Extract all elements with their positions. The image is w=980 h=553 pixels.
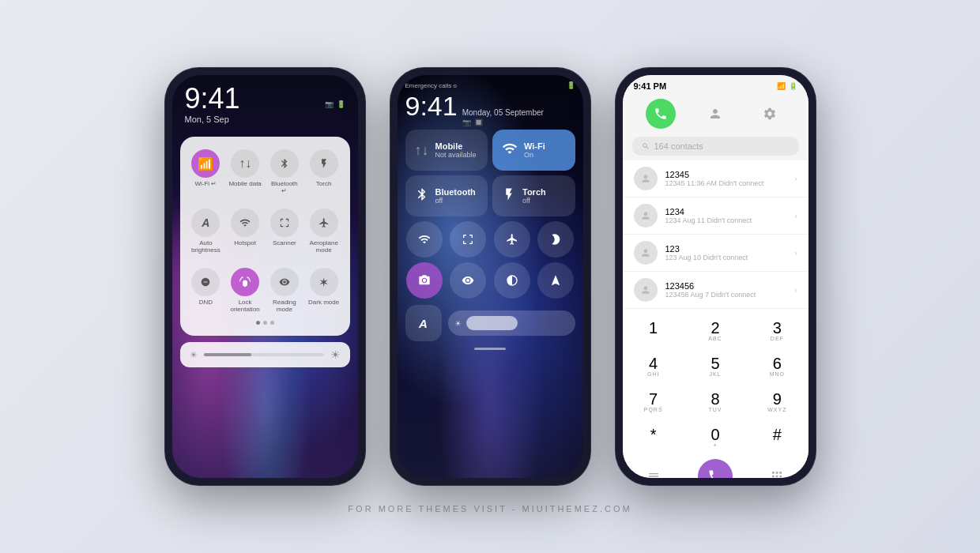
p3-wifi-icon: 📶 [777, 82, 786, 90]
dial-key-9[interactable]: 9 WXYZ [746, 385, 808, 420]
wifi-button[interactable]: 📶 Wi-Fi ↵ [188, 145, 224, 199]
dial-key-8[interactable]: 8 TUV [684, 385, 746, 420]
contact-name-12345: 12345 [665, 170, 787, 179]
battery-icon: 🔋 [337, 100, 345, 108]
dial-key-star[interactable]: * [623, 420, 684, 456]
reading-mode-icon [270, 268, 299, 296]
cc-contrast-round[interactable] [494, 262, 530, 299]
cc-nav-round[interactable] [537, 262, 574, 299]
mobile-cc-sub: Not available [435, 151, 477, 159]
phone1-time-display: 9:41 Mon, 5 Sep [185, 85, 240, 124]
dial-key-6[interactable]: 6 MNO [746, 349, 808, 385]
torch-cc-button[interactable]: Torch off [492, 175, 575, 216]
auto-brightness-button[interactable]: A Auto brightness [188, 204, 224, 258]
dial-key-1[interactable]: 1 [623, 314, 684, 349]
camera-icon: 📷 [325, 100, 334, 108]
dark-mode-icon: ✶ [310, 268, 338, 296]
dnd-icon [191, 268, 220, 296]
dnd-button[interactable]: DND [188, 263, 224, 318]
reading-mode-button[interactable]: Reading mode [266, 263, 303, 318]
cc-eye-round[interactable] [450, 262, 486, 299]
bluetooth-cc-button[interactable]: Bluetooth off [405, 175, 488, 216]
phone3-header [623, 94, 808, 134]
cc-top-grid: ↑↓ Mobile Not available Wi-Fi [405, 130, 575, 216]
dialer-menu-icon[interactable] [623, 470, 684, 478]
phone2-date: Monday, 05 September [462, 108, 544, 117]
cc-auto-btn[interactable]: A [405, 305, 442, 341]
dialer-grid-icon[interactable] [746, 470, 808, 478]
contact-avatar-123456 [634, 278, 658, 302]
phone3-screen: 9:41 PM 📶 🔋 [623, 75, 808, 478]
brightness-cc-row: A ☀ [405, 305, 575, 341]
phone2-screen-wrapper: Emergency calls o 🔋 9:41 Monday, 05 Sept… [398, 75, 583, 478]
bluetooth-cc-label: Bluetooth [435, 187, 476, 197]
brightness-cc-fill [466, 316, 518, 330]
mobile-data-button[interactable]: ↑↓ Mobile data [227, 145, 263, 199]
airplane-button[interactable]: Aeroplane mode [306, 204, 342, 258]
phone3-shell: 9:41 PM 📶 🔋 [615, 67, 816, 486]
cc-bottom-bar [474, 348, 506, 350]
contacts-tab-icon[interactable] [700, 99, 730, 129]
cc-round-row2 [405, 262, 575, 299]
contacts-list: 12345 12345 11:36 AM Didn't connect › 12… [623, 160, 808, 309]
brightness-control[interactable]: ☀ ☀ [180, 342, 350, 367]
brightness-cc-pill[interactable]: ☀ [448, 310, 575, 336]
dial-key-3[interactable]: 3 DEF [746, 314, 808, 349]
wifi-cc-button[interactable]: Wi-Fi On [492, 130, 575, 171]
contact-info-123456: 123456 123456 Aug 7 Didn't connect [665, 281, 787, 299]
cc-airplane-round[interactable] [494, 221, 530, 258]
search-contacts-bar[interactable]: 164 contacts [632, 137, 799, 156]
contact-item-12345[interactable]: 12345 12345 11:36 AM Didn't connect › [623, 160, 808, 198]
contact-item-123[interactable]: 123 123 Aug 10 Didn't connect › [623, 235, 808, 272]
wifi-cc-icon [502, 141, 518, 160]
phone-tab-icon[interactable] [646, 99, 676, 129]
scanner-button[interactable]: Scanner [266, 204, 303, 258]
cc-wifi-round[interactable] [406, 221, 443, 258]
contact-avatar-12345 [634, 167, 658, 190]
hotspot-icon [231, 209, 259, 237]
brightness-slider[interactable] [204, 353, 324, 356]
lock-orientation-button[interactable]: Lock orientation [227, 263, 263, 318]
bluetooth-button[interactable]: Bluetooth ↵ [266, 145, 303, 199]
scanner-label: Scanner [273, 239, 296, 246]
airplane-icon [310, 209, 338, 237]
call-button[interactable] [698, 459, 733, 478]
phone2-screen: Emergency calls o 🔋 9:41 Monday, 05 Sept… [398, 75, 583, 478]
p2-calc-icon: 🔲 [474, 118, 483, 126]
phone1-screen-wrapper: 9:41 Mon, 5 Sep 📷 🔋 📶 [172, 75, 358, 478]
scanner-icon [270, 209, 299, 237]
phone2-shell: Emergency calls o 🔋 9:41 Monday, 05 Sept… [390, 67, 591, 486]
dial-key-4[interactable]: 4 GHI [623, 349, 684, 385]
dial-key-2[interactable]: 2 ABC [684, 314, 746, 349]
mobile-cc-button[interactable]: ↑↓ Mobile Not available [405, 130, 488, 171]
torch-cc-icon [502, 187, 516, 205]
settings-tab-icon[interactable] [755, 99, 785, 129]
contact-item-1234[interactable]: 1234 1234 Aug 11 Didn't connect › [623, 198, 808, 235]
phone2-status-bar: Emergency calls o 🔋 [405, 81, 575, 89]
dark-mode-button[interactable]: ✶ Dark mode [306, 263, 342, 318]
control-row2: A Auto brightness Hotspot [188, 204, 342, 258]
cc-camera-round[interactable] [406, 262, 443, 299]
dial-key-5[interactable]: 5 JKL [684, 349, 746, 385]
mobile-cc-label: Mobile [435, 141, 477, 151]
page-dots [188, 321, 342, 325]
search-placeholder-text: 164 contacts [654, 141, 703, 151]
phone3-status-bar: 9:41 PM 📶 🔋 [623, 75, 808, 94]
torch-button[interactable]: Torch [306, 145, 342, 199]
dial-key-7[interactable]: 7 PQRS [623, 385, 684, 420]
dialer-section: 1 2 ABC 3 DEF 4 GHI [623, 309, 808, 478]
hotspot-button[interactable]: Hotspot [227, 204, 263, 258]
contact-info-123: 123 123 Aug 10 Didn't connect [665, 244, 787, 261]
dial-key-hash[interactable]: # [746, 420, 808, 456]
cc-scanner-round[interactable] [450, 221, 486, 258]
p2-camera-icon: 📷 [462, 118, 471, 126]
mobile-data-icon: ↑↓ [231, 149, 259, 178]
dial-key-0[interactable]: 0 + [684, 420, 746, 456]
cc-moon-round[interactable] [537, 221, 574, 258]
bluetooth-cc-sub: off [435, 197, 476, 205]
brightness-high-icon: ☀ [330, 348, 341, 361]
contact-name-123456: 123456 [665, 281, 787, 291]
torch-cc-sub: off [522, 197, 546, 205]
phone1-time: 9:41 [185, 85, 240, 113]
contact-item-123456[interactable]: 123456 123456 Aug 7 Didn't connect › [623, 272, 808, 309]
